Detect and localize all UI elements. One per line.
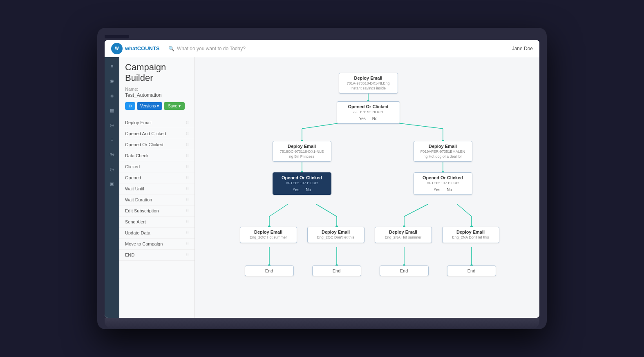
sidebar-icon-box[interactable]: ▣ — [106, 178, 118, 190]
canvas-area[interactable]: Deploy Email 701A-973518-DX1-NLEng Insta… — [195, 57, 539, 318]
node-left-deploy-sub2: ng Bill Princess — [276, 154, 328, 159]
yes-label: Yes — [293, 187, 299, 192]
node-end-1[interactable]: End — [245, 266, 294, 276]
no-label: No — [447, 187, 452, 192]
node-condition1-branches: Yes No — [340, 116, 396, 121]
node-rr-deploy[interactable]: Deploy Email Eng_2NA Don't let this — [442, 227, 499, 243]
toolbar: ⚙ Versions ▾ Save ▾ — [125, 102, 189, 110]
node-right-condition[interactable]: Opened Or Clicked AFTER: 137 HOUR Yes No — [414, 172, 472, 195]
node-right-condition-after: AFTER: 137 HOUR — [417, 181, 469, 186]
node-ll-deploy-sub: Eng_2OC Hot summer — [244, 235, 293, 240]
list-item-label: Edit Subscription — [125, 208, 159, 213]
list-item-opened[interactable]: Opened ⠿ — [119, 172, 195, 183]
node-condition1-title: Opened Or Clicked — [340, 104, 396, 109]
settings-icon: ⚙ — [128, 104, 132, 108]
list-item-label: Send Alert — [125, 219, 146, 224]
sidebar-icons: ≡ ◉ ◈ ▦ ◎ ≡ Re ◷ ▣ — [105, 57, 119, 318]
user-name: Jane Doe — [512, 46, 533, 51]
drag-icon: ⠿ — [186, 176, 189, 180]
drag-icon: ⠿ — [186, 209, 189, 213]
node-condition1-after: AFTER: 92 HOUR — [340, 110, 396, 115]
list-item-wait-duration[interactable]: Wait Duration ⠿ — [119, 194, 195, 205]
drag-icon: ⠿ — [186, 242, 189, 246]
sidebar-icon-time[interactable]: ◷ — [106, 163, 118, 175]
node-rr-deploy-sub: Eng_2NA Don't let this — [446, 235, 496, 240]
node-end-2[interactable]: End — [312, 266, 361, 276]
node-left-condition[interactable]: Opened Or Clicked AFTER: 137 HOUR Yes No — [273, 172, 331, 195]
laptop-screen: W whatCOUNTS 🔍 What do you want to do To… — [105, 40, 539, 318]
list-item-wait-until[interactable]: Wait Until ⠿ — [119, 183, 195, 194]
list-item-opened-or-clicked[interactable]: Opened Or Clicked ⠿ — [119, 139, 195, 150]
node-rl-deploy-title: Deploy Email — [378, 230, 428, 234]
sidebar-icon-circle[interactable]: ◎ — [106, 119, 118, 131]
svg-line-8 — [316, 204, 337, 216]
list-item-clicked[interactable]: Clicked ⠿ — [119, 161, 195, 172]
drag-icon: ⠿ — [186, 154, 189, 158]
sidebar-icon-campaigns[interactable]: ◉ — [106, 75, 118, 87]
node-condition1[interactable]: Opened Or Clicked AFTER: 92 HOUR Yes No — [337, 101, 400, 124]
node-ll-deploy-title: Deploy Email — [244, 230, 293, 234]
node-right-condition-branches: Yes No — [417, 187, 469, 192]
list-item-opened-and-clicked[interactable]: Opened And Clicked ⠿ — [119, 128, 195, 139]
node-left-deploy-title: Deploy Email — [276, 144, 328, 149]
save-button[interactable]: Save ▾ — [164, 102, 185, 110]
sidebar-icon-re[interactable]: Re — [106, 149, 118, 160]
end-label-3: End — [400, 268, 408, 273]
logo-bold: what — [125, 45, 137, 51]
search-bar[interactable]: 🔍 What do you want to do Today? — [168, 46, 512, 51]
list-item-edit-subscription[interactable]: Edit Subscription ⠿ — [119, 205, 195, 216]
user-area: Jane Doe — [512, 46, 533, 51]
drag-icon: ⠿ — [186, 198, 189, 202]
list-item-move-to-campaign[interactable]: Move to Campaign ⠿ — [119, 239, 195, 250]
node-rl-deploy[interactable]: Deploy Email Eng_2NA Hot summer — [375, 227, 432, 243]
page-title: Campaign Builder — [125, 62, 189, 83]
list-item-label: Wait Duration — [125, 197, 152, 202]
end-label-2: End — [333, 268, 341, 273]
node-left-condition-title: Opened Or Clicked — [276, 175, 328, 180]
node-rl-deploy-sub: Eng_2NA Hot summer — [378, 235, 428, 240]
sidebar-icon-grid[interactable]: ▦ — [106, 105, 118, 116]
search-icon: 🔍 — [168, 46, 174, 51]
node-end-4[interactable]: End — [447, 266, 496, 276]
drag-icon: ⠿ — [186, 231, 189, 235]
node-rr-deploy-title: Deploy Email — [446, 230, 496, 234]
node-right-deploy[interactable]: Deploy Email F019AFER-97351EMALEN ng Hot… — [414, 141, 472, 162]
main-layout: ≡ ◉ ◈ ▦ ◎ ≡ Re ◷ ▣ Campaign Builder Name… — [105, 57, 539, 318]
svg-line-6 — [269, 204, 288, 216]
node-left-condition-branches: Yes No — [276, 187, 328, 192]
drag-icon: ⠿ — [186, 220, 189, 224]
node-root-sub2: Instant savings inside — [342, 86, 394, 91]
list-item-deploy-email[interactable]: Deploy Email ⠿ — [119, 117, 195, 128]
node-root-title: Deploy Email — [342, 76, 394, 80]
drag-icon: ⠿ — [186, 187, 189, 191]
list-item-update-data[interactable]: Update Data ⠿ — [119, 228, 195, 239]
sidebar-icon-all[interactable]: ≡ — [106, 60, 118, 72]
list-item-data-check[interactable]: Data Check ⠿ — [119, 150, 195, 161]
list-item-label: Move to Campaign — [125, 241, 163, 246]
list-item-send-alert[interactable]: Send Alert ⠿ — [119, 216, 195, 228]
sidebar-icon-settings[interactable]: ◈ — [106, 90, 118, 101]
list-item-label: Opened — [125, 175, 141, 180]
node-end-3[interactable]: End — [380, 266, 429, 276]
node-ll-deploy[interactable]: Deploy Email Eng_2OC Hot summer — [240, 227, 297, 243]
list-item-label: Opened And Clicked — [125, 131, 166, 136]
logo-area: W whatCOUNTS — [111, 43, 168, 54]
drag-icon: ⠿ — [186, 143, 189, 147]
svg-line-1 — [302, 123, 343, 129]
content-area: Campaign Builder Name: Test_Automation ⚙… — [119, 57, 539, 318]
sidebar-icon-list[interactable]: ≡ — [106, 134, 118, 145]
node-left-deploy[interactable]: Deploy Email 7518OC-973118-DX1-NLE ng Bi… — [273, 141, 331, 162]
yes-label: Yes — [359, 116, 365, 121]
settings-button[interactable]: ⚙ — [125, 102, 135, 110]
versions-button[interactable]: Versions ▾ — [137, 102, 162, 110]
node-lr-deploy[interactable]: Deploy Email Eng_2OC Don't let this — [307, 227, 364, 243]
svg-line-3 — [394, 123, 443, 129]
logo-icon: W — [111, 43, 123, 54]
node-root-deploy[interactable]: Deploy Email 701A-973518-DX1-NLEng Insta… — [339, 73, 398, 94]
top-bar: W whatCOUNTS 🔍 What do you want to do To… — [105, 40, 539, 57]
node-right-deploy-sub2: ng Hot dog of a deal for — [417, 154, 469, 159]
panel-header: Campaign Builder Name: Test_Automation ⚙… — [119, 57, 195, 117]
list-item-end[interactable]: END ⠿ — [119, 250, 195, 261]
drag-icon: ⠿ — [186, 253, 189, 257]
node-lr-deploy-title: Deploy Email — [311, 230, 361, 234]
